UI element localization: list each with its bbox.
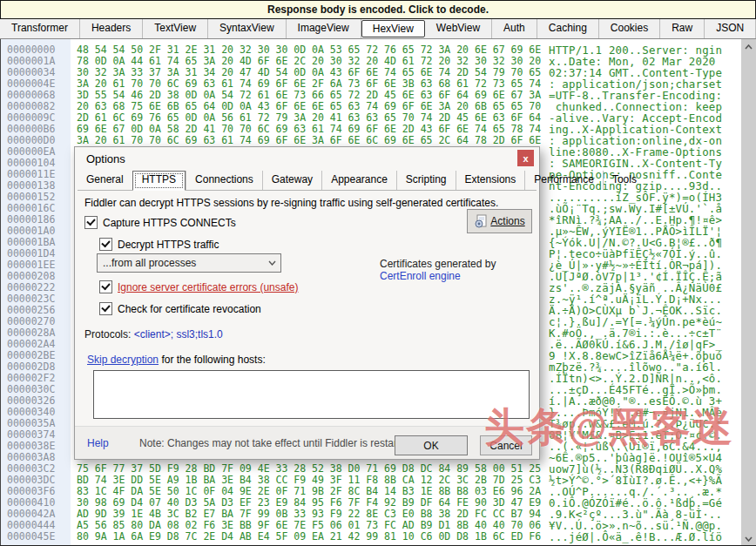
options-tab-general[interactable]: General (78, 171, 132, 190)
options-tab-extensions[interactable]: Extensions (456, 171, 525, 190)
process-filter-value: ...from all processes (98, 257, 263, 269)
check-revocation-checkbox[interactable] (99, 302, 112, 315)
tab-hexview[interactable]: HexView (361, 20, 425, 37)
cert-enroll-link[interactable]: CertEnroll engine (380, 270, 461, 282)
chevron-down-icon (263, 260, 280, 266)
decrypt-https-row: Decrypt HTTPS traffic (99, 238, 219, 251)
close-icon[interactable]: x (517, 150, 534, 166)
banner-text: Response body is encoded. Click to decod… (267, 3, 489, 16)
ignore-cert-errors-checkbox[interactable] (99, 280, 112, 293)
response-encoded-banner[interactable]: Response body is encoded. Click to decod… (0, 0, 756, 19)
scroll-down-button[interactable] (741, 531, 756, 546)
options-tab-connections[interactable]: Connections (186, 171, 262, 190)
options-dialog: Options x GeneralHTTPSConnectionsGateway… (74, 146, 540, 460)
tab-headers[interactable]: Headers (80, 19, 143, 38)
hex-offset: 0000045E (1, 531, 71, 543)
options-tab-performance[interactable]: Performance (524, 171, 603, 190)
tab-caching[interactable]: Caching (537, 19, 599, 38)
tab-auth[interactable]: Auth (492, 19, 537, 38)
cert-engine-line: Certificates generated by CertEnroll eng… (380, 258, 539, 282)
tab-webview[interactable]: WebView (425, 19, 492, 38)
restart-note: Note: Changes may not take effect until … (139, 437, 415, 449)
hex-bytes-row: 3A 20 61 70 70 6C 69 63 61 74 69 6F 6E 3… (77, 135, 547, 146)
skip-decryption-link[interactable]: Skip decryption (87, 354, 159, 366)
protocols-value[interactable]: <client>; ssl3;tls1.0 (134, 328, 223, 340)
certificate-gear-icon (474, 214, 488, 228)
actions-button-label: Actions (490, 215, 524, 227)
vertical-scrollbar[interactable] (741, 39, 756, 546)
scroll-up-button[interactable] (741, 39, 756, 54)
protocols-line: Protocols: <client>; ssl3;tls1.0 (84, 328, 223, 340)
cert-engine-prefix: Certificates generated by (380, 258, 496, 270)
actions-button[interactable]: Actions (467, 209, 532, 233)
hex-ascii-column: HTTP/1.1 200..Server: nginx..Date: Mon, … (549, 39, 740, 546)
capture-https-row: Capture HTTPS CONNECTs (84, 216, 236, 229)
ignore-cert-errors-row: Ignore server certificate errors (unsafe… (99, 280, 298, 293)
chevron-up-icon (745, 44, 753, 50)
protocols-label: Protocols: (84, 328, 134, 340)
ok-button[interactable]: OK (395, 435, 468, 455)
options-tab-https[interactable]: HTTPS (132, 171, 186, 191)
check-revocation-row: Check for certificate revocation (99, 302, 261, 315)
skip-decryption-suffix: for the following hosts: (159, 354, 266, 366)
chevron-down-icon (745, 536, 753, 542)
tab-syntaxview[interactable]: SyntaxView (208, 19, 286, 38)
hex-offset-column: 000000000000001A000000340000004E00000068… (1, 39, 71, 546)
fiddler-response-inspector: { "banner": { "text": "Response body is … (0, 0, 756, 546)
https-description: Fiddler can decrypt HTTPS sessions by re… (84, 197, 498, 209)
decrypt-https-checkbox[interactable] (99, 238, 112, 251)
options-tab-tools[interactable]: Tools (603, 171, 645, 190)
options-tab-appearance[interactable]: Appearance (321, 171, 396, 190)
cancel-button[interactable]: Cancel (480, 435, 532, 455)
help-link[interactable]: Help (87, 437, 109, 449)
tab-json[interactable]: JSON (705, 19, 756, 38)
decrypt-https-label: Decrypt HTTPS traffic (118, 239, 219, 251)
tab-raw[interactable]: Raw (660, 19, 705, 38)
hex-bytes-row: 80 9A 1A 6A E9 D8 7C 2E D4 AB E4 5F 09 E… (77, 531, 547, 543)
options-tab-strip: GeneralHTTPSConnectionsGatewayAppearance… (78, 171, 537, 191)
process-filter-dropdown[interactable]: ...from all processes (97, 253, 281, 273)
dialog-titlebar[interactable]: Options x (75, 147, 539, 170)
options-tab-gateway[interactable]: Gateway (262, 171, 321, 190)
options-tab-scripting[interactable]: Scripting (396, 171, 456, 190)
skip-hosts-textarea[interactable] (93, 370, 530, 419)
dialog-footer: Help Note: Changes may not take effect u… (75, 426, 539, 459)
capture-https-label: Capture HTTPS CONNECTs (103, 217, 236, 229)
dialog-title: Options (86, 152, 125, 165)
skip-decryption-line: Skip decryption for the following hosts: (87, 354, 266, 366)
tab-textview[interactable]: TextView (143, 19, 208, 38)
capture-https-checkbox[interactable] (84, 216, 98, 229)
check-revocation-label: Check for certificate revocation (118, 303, 261, 315)
tab-transformer[interactable]: Transformer (0, 19, 80, 38)
tab-imageview[interactable]: ImageView (287, 19, 361, 38)
tab-cookies[interactable]: Cookies (599, 19, 660, 38)
hex-ascii-row: ...jéØ|.Ô«ä_.ê!B...Æ.Ø.líö (549, 531, 740, 543)
inspector-tab-strip: TransformerHeadersTextViewSyntaxViewImag… (0, 19, 756, 39)
ignore-cert-errors-label[interactable]: Ignore server certificate errors (unsafe… (118, 281, 298, 293)
